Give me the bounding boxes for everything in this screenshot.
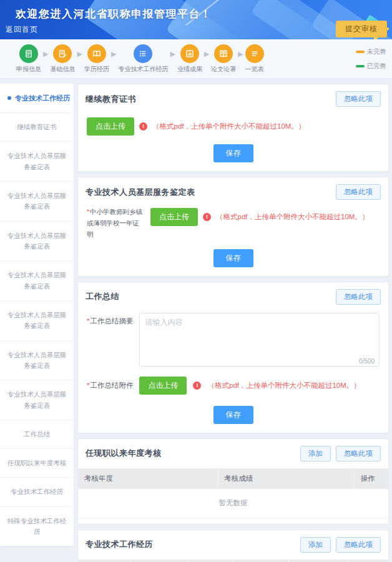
upload-button[interactable]: 点击上传: [139, 377, 187, 395]
section-title: 工作总结: [86, 291, 119, 302]
section-work-experience: 专业技术工作经历 添加 忽略此项 经历类别 起始时间 截止时间 经历内容 备注 …: [77, 530, 389, 562]
sidebar-item-continuing-education[interactable]: 继续教育证书: [0, 113, 74, 142]
upload-row: 点击上传 ! （格式pdf，上传单个附件大小不能超过10M。）: [78, 112, 388, 138]
section-title: 专业技术工作经历: [86, 539, 153, 550]
ignore-section-button[interactable]: 忽略此项: [336, 537, 381, 553]
warning-icon: !: [193, 382, 201, 390]
field-label: *工作总结附件: [87, 381, 133, 390]
step-arrow-icon: ▶: [204, 50, 209, 58]
sidebar-item-work-experience[interactable]: 专业技术工作经历: [0, 478, 74, 506]
field-label: *中小学教师到乡镇或薄弱学校一年证明: [87, 207, 145, 240]
active-dot-icon: [7, 96, 11, 100]
sidebar-item-label: 专业技术工作经历: [15, 92, 70, 104]
table-header-cell: 经历类别: [78, 560, 130, 562]
upload-button[interactable]: 点击上传: [150, 208, 198, 226]
card-header: 继续教育证书 忽略此项: [78, 84, 388, 112]
sidebar-item-professional-work-experience[interactable]: 专业技术工作经历: [0, 84, 74, 113]
warning-icon: !: [139, 122, 147, 131]
step-arrow-icon: ▶: [170, 50, 175, 58]
step-arrow-icon: ▶: [77, 50, 82, 58]
sidebar-item-grassroots-form[interactable]: 专业技术人员基层服务鉴定表: [0, 301, 74, 341]
sidebar-item-grassroots-form[interactable]: 专业技术人员基层服务鉴定表: [0, 341, 74, 381]
ignore-section-button[interactable]: 忽略此项: [336, 91, 381, 107]
step-papers[interactable]: 论文论著: [211, 44, 236, 74]
main-content: 继续教育证书 忽略此项 点击上传 ! （格式pdf，上传单个附件大小不能超过10…: [77, 84, 389, 562]
save-button[interactable]: 保存: [213, 406, 253, 424]
table-header-cell: 截止时间: [187, 560, 233, 562]
empty-placeholder: 暂无数据: [78, 489, 388, 519]
step-arrow-icon: ▶: [238, 50, 243, 58]
table-header-cell: 考核成绩: [218, 468, 355, 489]
sidebar-item-grassroots-form[interactable]: 专业技术人员基层服务鉴定表: [0, 142, 74, 182]
section-title: 任现职以来年度考核: [86, 448, 162, 459]
sidebar-item-special-work-experience[interactable]: 特殊专业技术工作经历: [0, 507, 74, 547]
step-label: 业绩成果: [177, 65, 202, 74]
step-arrow-icon: ▶: [111, 50, 116, 58]
card-header: 工作总结 忽略此项: [78, 282, 388, 310]
step-education-history[interactable]: 学历经历: [84, 44, 109, 74]
back-home-link[interactable]: 返回首页: [6, 24, 38, 35]
card-header: 专业技术工作经历 添加 忽略此项: [78, 530, 388, 558]
field-row: *中小学教师到乡镇或薄弱学校一年证明 点击上传 ! （格式pdf，上传单个附件大…: [78, 205, 388, 243]
step-label: 专业技术工作经历: [118, 65, 168, 74]
save-button[interactable]: 保存: [213, 144, 253, 162]
platform-title: 欢迎您进入河北省职称申报管理平台！: [16, 7, 212, 21]
sidebar: 专业技术工作经历 继续教育证书 专业技术人员基层服务鉴定表 专业技术人员基层服务…: [0, 84, 74, 546]
step-label: 学历经历: [84, 65, 109, 74]
sidebar-item-grassroots-form[interactable]: 专业技术人员基层服务鉴定表: [0, 222, 74, 262]
section-continuing-education: 继续教育证书 忽略此项 点击上传 ! （格式pdf，上传单个附件大小不能超过10…: [77, 84, 389, 172]
section-work-summary: 工作总结 忽略此项 *工作总结摘要 0/500 *工作总结附件 点击上传 ! （…: [77, 282, 389, 433]
upload-note: （格式pdf，上传单个附件大小不能超过10M。）: [207, 381, 360, 390]
card-header: 任现职以来年度考核 添加 忽略此项: [78, 439, 388, 467]
paper-book-icon: [214, 44, 233, 63]
legend-incomplete: 未完善: [356, 47, 386, 56]
submit-review-button[interactable]: 提交审核: [336, 21, 387, 37]
sidebar-item-work-summary[interactable]: 工作总结: [0, 420, 74, 449]
empty-row: 暂无数据: [78, 489, 388, 519]
step-achievements[interactable]: 业绩成果: [177, 44, 202, 74]
add-row-button[interactable]: 添加: [300, 537, 331, 553]
ignore-section-button[interactable]: 忽略此项: [336, 184, 381, 200]
steps-legend: 未完善 已完善: [356, 47, 388, 71]
step-label: 申报信息: [16, 65, 41, 74]
table-header-cell: 起始时间: [130, 560, 186, 562]
upload-button[interactable]: 点击上传: [87, 117, 134, 136]
required-marker: *: [87, 317, 89, 325]
section-title: 继续教育证书: [86, 94, 136, 105]
sidebar-item-grassroots-form[interactable]: 专业技术人员基层服务鉴定表: [0, 380, 74, 420]
upload-note: （格式pdf，上传单个附件大小不能超过10M。）: [216, 212, 369, 222]
field-label: *工作总结摘要: [87, 313, 133, 326]
step-label: 基础信息: [50, 65, 75, 74]
sidebar-item-annual-assessment[interactable]: 任现职以来年度考核: [0, 449, 74, 478]
ignore-section-button[interactable]: 忽略此项: [336, 289, 381, 305]
open-book-icon: [87, 44, 106, 63]
step-basic-info[interactable]: 基础信息: [50, 44, 75, 74]
required-marker: *: [87, 208, 89, 215]
sidebar-item-grassroots-form[interactable]: 专业技术人员基层服务鉴定表: [0, 182, 74, 222]
edit-document-icon: [53, 44, 72, 63]
steps-bar: 申报信息 ▶ 基础信息 ▶ 学历经历 ▶ 专业技术工作经历 ▶ 业绩成果 ▶ 论…: [0, 39, 392, 79]
char-counter: 0/500: [359, 358, 375, 365]
save-row: 保存: [78, 243, 388, 276]
save-row: 保存: [78, 138, 388, 171]
sidebar-item-grassroots-form[interactable]: 专业技术人员基层服务鉴定表: [0, 261, 74, 301]
step-declare-info[interactable]: 申报信息: [16, 44, 41, 74]
annual-assessment-table: 考核年度 考核成绩 操作 暂无数据: [78, 468, 388, 519]
incomplete-dash-icon: [356, 51, 365, 53]
save-button[interactable]: 保存: [213, 249, 253, 267]
step-summary-table[interactable]: 一览表: [245, 44, 264, 74]
bar-chart-icon: [180, 44, 199, 63]
table-header-cell: 经历内容: [233, 560, 288, 562]
step-professional-work-experience[interactable]: 专业技术工作经历: [118, 44, 168, 74]
upload-note: （格式pdf，上传单个附件大小不能超过10M。）: [152, 122, 305, 131]
warning-icon: !: [203, 213, 211, 221]
list-icon: [134, 44, 152, 63]
add-row-button[interactable]: 添加: [300, 446, 331, 461]
step-label: 一览表: [245, 65, 264, 74]
work-summary-abstract-input[interactable]: [139, 313, 380, 367]
table-header-cell: 操作: [354, 468, 388, 489]
legend-label: 已完善: [367, 62, 386, 71]
table-header-cell: 考核年度: [78, 468, 218, 489]
ignore-section-button[interactable]: 忽略此项: [336, 446, 381, 461]
page-body: 专业技术工作经历 继续教育证书 专业技术人员基层服务鉴定表 专业技术人员基层服务…: [0, 79, 392, 562]
